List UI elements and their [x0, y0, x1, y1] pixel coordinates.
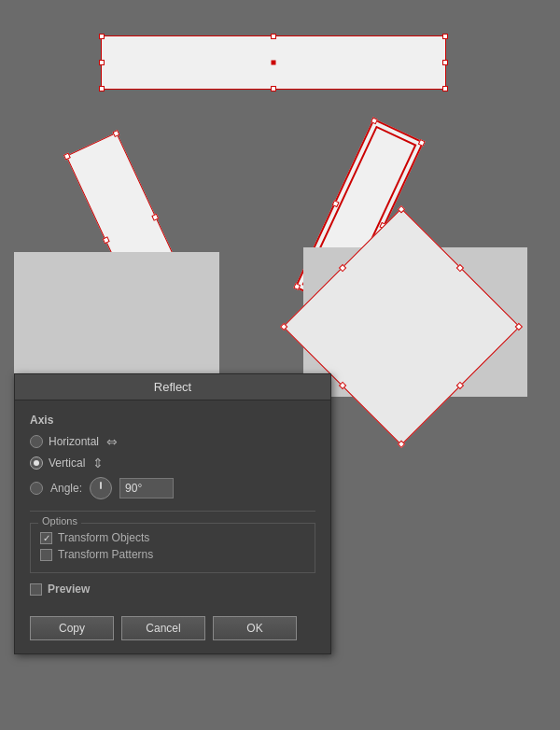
dialog-buttons: Copy Cancel OK: [15, 616, 330, 653]
angle-dial[interactable]: [90, 477, 112, 499]
handle-mr[interactable]: [151, 214, 159, 221]
handle-br[interactable]: [442, 86, 448, 91]
transform-objects-checkbox[interactable]: [40, 532, 52, 544]
vertical-icon: ⇕: [92, 456, 104, 470]
handle-ml[interactable]: [99, 60, 105, 65]
reflect-dialog: Reflect Axis Horizontal ⇔ Vertical ⇕ Ang…: [14, 373, 331, 654]
handle-bl[interactable]: [280, 323, 287, 330]
options-border-label: Options: [38, 515, 81, 526]
horizontal-icon: ⇔: [106, 434, 118, 449]
grey-block-left: [14, 252, 219, 383]
center-point: [272, 61, 276, 65]
handle-bl[interactable]: [99, 86, 105, 91]
copy-button[interactable]: Copy: [30, 616, 114, 640]
top-rectangle-shape: [101, 35, 446, 90]
axis-label: Axis: [30, 414, 315, 427]
handle-ml[interactable]: [103, 236, 110, 244]
angle-label: Angle:: [50, 482, 82, 495]
handle-tl[interactable]: [398, 205, 405, 213]
vertical-radio[interactable]: [30, 456, 43, 470]
dialog-body: Axis Horizontal ⇔ Vertical ⇕ Angle: Opti…: [15, 400, 330, 616]
transform-patterns-checkbox[interactable]: [40, 549, 52, 561]
angle-radio[interactable]: [30, 482, 43, 495]
angle-row: Angle:: [30, 477, 315, 499]
handle-tl[interactable]: [63, 153, 71, 161]
handle-tm[interactable]: [271, 34, 276, 39]
transform-patterns-row[interactable]: Transform Patterns: [40, 548, 305, 561]
options-border: Options Transform Objects Transform Patt…: [30, 523, 315, 573]
divider: [30, 511, 315, 512]
angle-input[interactable]: [119, 478, 174, 498]
dialog-title: Reflect: [15, 374, 330, 400]
handle-mr[interactable]: [442, 60, 448, 65]
preview-checkbox[interactable]: [30, 583, 42, 596]
handle-br[interactable]: [398, 441, 405, 448]
horizontal-radio[interactable]: [30, 435, 43, 448]
handle-tl[interactable]: [371, 117, 378, 124]
vertical-label: Vertical: [49, 456, 85, 470]
handle-bm[interactable]: [271, 86, 276, 91]
preview-label: Preview: [48, 583, 90, 596]
handle-tr[interactable]: [442, 34, 448, 39]
transform-patterns-label: Transform Patterns: [58, 548, 153, 561]
handle-tr[interactable]: [418, 139, 426, 147]
transform-objects-label: Transform Objects: [58, 531, 149, 544]
horizontal-label: Horizontal: [49, 435, 99, 448]
vertical-radio-row[interactable]: Vertical ⇕: [30, 456, 315, 470]
options-section: Options Transform Objects Transform Patt…: [30, 523, 315, 573]
handle-ml[interactable]: [339, 264, 346, 272]
transform-objects-row[interactable]: Transform Objects: [40, 531, 305, 544]
preview-row[interactable]: Preview: [30, 583, 315, 596]
handle-tl[interactable]: [99, 34, 105, 39]
horizontal-radio-row[interactable]: Horizontal ⇔: [30, 434, 315, 449]
handle-tr[interactable]: [112, 130, 119, 137]
canvas-area: [0, 0, 560, 392]
cancel-button[interactable]: Cancel: [121, 616, 205, 640]
handle-bl[interactable]: [293, 283, 301, 290]
ok-button[interactable]: OK: [213, 616, 297, 640]
